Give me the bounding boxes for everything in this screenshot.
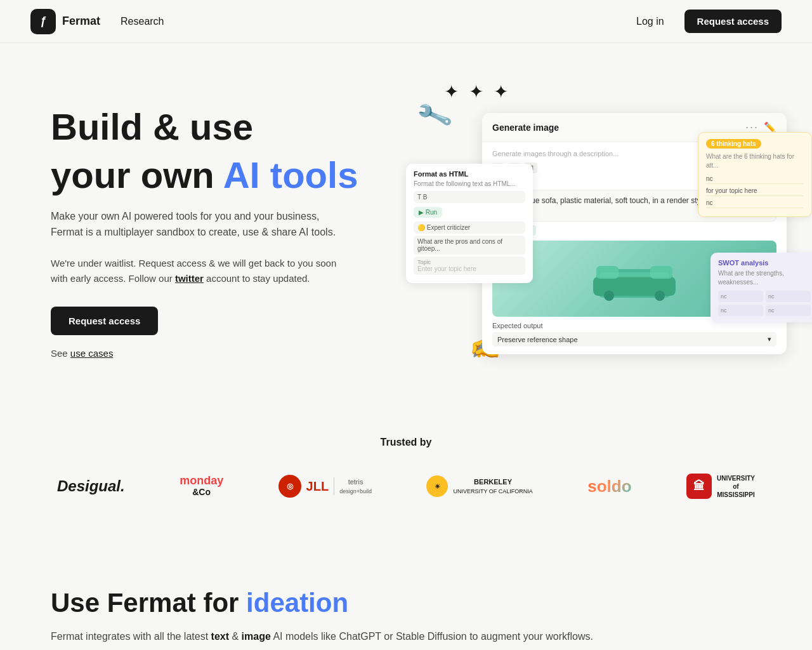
logo-icon: ƒ: [30, 9, 56, 34]
nav-left: ƒ Fermat Research: [30, 9, 164, 34]
svg-point-4: [604, 291, 614, 301]
thinking-item-3: nc: [706, 198, 804, 208]
preserve-value: Preserve reference shape ▾: [492, 332, 776, 347]
thinking-hats-items: nc for your topic here nc: [706, 174, 804, 208]
hero-title-highlight: AI tools: [223, 154, 358, 196]
bold-image: image: [242, 631, 271, 642]
logo-monday: monday&Co: [180, 475, 223, 497]
nav-research-link[interactable]: Research: [121, 16, 164, 27]
logo-desigual: Desigual.: [57, 477, 125, 495]
nav-right: Log in Request access: [626, 10, 782, 33]
berkeley-badge-icon: ☀: [426, 475, 448, 497]
see-use-cases-text: See use cases: [51, 348, 358, 359]
run-row: ▶ Run: [414, 205, 525, 220]
trusted-section: Trusted by Desigual. monday&Co ◎ JLL tet…: [0, 411, 812, 537]
expected-output-label: Expected output: [492, 322, 543, 329]
hero-title-prefix: your own: [51, 154, 223, 196]
request-access-nav-button[interactable]: Request access: [684, 10, 782, 33]
logo-name: Fermat: [62, 15, 100, 28]
card-title: Generate image: [492, 123, 559, 133]
request-access-hero-button[interactable]: Request access: [51, 307, 158, 335]
swot-cell-4: nc: [766, 305, 811, 316]
side-card-expert-label: 🟡 Expert criticizer: [414, 222, 525, 234]
twitter-link[interactable]: twitter: [175, 273, 204, 284]
thinking-item-1: nc: [706, 174, 804, 184]
ideation-highlight: ideation: [246, 588, 348, 618]
trusted-label: Trusted by: [30, 437, 782, 448]
use-fermat-title: Use Fermat for ideation: [51, 588, 761, 618]
use-fermat-section: Use Fermat for ideation Fermat integrate…: [0, 537, 812, 650]
hero-description: Make your own AI powered tools for you a…: [51, 208, 343, 241]
logos-row: Desigual. monday&Co ◎ JLL tetrisdesign+b…: [57, 474, 755, 499]
swot-grid: nc nc nc nc: [718, 291, 811, 316]
swot-cell-2: nc: [766, 291, 811, 302]
side-card-topic-input: Topic Enter your topic here: [414, 256, 525, 275]
hero-title-line2: your own AI tools: [51, 155, 358, 196]
logo-soldo: soldo: [587, 477, 631, 496]
use-fermat-description: Fermat integrates with all the latest te…: [51, 628, 761, 645]
jll-badge-icon: ◎: [278, 475, 301, 498]
bold-text: text: [211, 631, 229, 642]
logo-jll-tetris: ◎ JLL tetrisdesign+build: [278, 475, 372, 498]
logo-mississippi: 🏛 UNIVERSITYofMISSISSIPPI: [686, 474, 755, 499]
thinking-hats-badge: 6 thinking hats: [706, 139, 761, 149]
logo-wrap: ƒ Fermat: [30, 9, 100, 34]
output-row: Expected output: [492, 322, 776, 329]
side-card-item-1: T B: [414, 191, 525, 203]
navbar: ƒ Fermat Research Log in Request access: [0, 0, 812, 43]
thinking-item-2: for your topic here: [706, 186, 804, 196]
miss-badge-icon: 🏛: [686, 474, 712, 499]
hero-illustration: ✦ ✦ ✦ ✦ ✦ 🔧 ✍️ Format as HTML Format the…: [406, 81, 761, 373]
hero-section: Build & use your own AI tools Make your …: [0, 43, 812, 411]
side-card-swot: SWOT analysis What are the strengths, we…: [710, 253, 812, 322]
swot-text: What are the strengths, weaknesses...: [718, 269, 811, 287]
side-card-thinking-hats: 6 thinking hats What are the 6 thinking …: [698, 132, 812, 217]
swot-title: SWOT analysis: [718, 259, 811, 267]
hero-waitlist-text: We're under waitlist. Request access & w…: [51, 256, 343, 286]
hero-left: Build & use your own AI tools Make your …: [51, 94, 358, 359]
deco-stars-top: ✦ ✦ ✦: [444, 81, 511, 102]
svg-rect-6: [599, 272, 669, 277]
login-button[interactable]: Log in: [626, 11, 674, 32]
side-card-format: Format as HTML Format the following text…: [406, 164, 533, 283]
svg-point-5: [655, 291, 665, 301]
swot-cell-1: nc: [718, 291, 763, 302]
logo-berkeley: ☀ BERKELEYUNIVERSITY OF CALIFORNIA: [426, 475, 532, 497]
side-card-expert-text: What are the pros and cons of gitoep...: [414, 235, 525, 255]
side-card-format-subtitle: Format the following text as HTML...: [414, 180, 525, 187]
hero-title-line1: Build & use: [51, 107, 358, 147]
run-button-side: ▶ Run: [414, 207, 442, 218]
swot-cell-3: nc: [718, 305, 763, 316]
side-card-format-title: Format as HTML: [414, 170, 525, 178]
thinking-hats-text: What are the 6 thinking hats for att...: [706, 152, 804, 170]
use-cases-link[interactable]: use cases: [70, 348, 114, 359]
